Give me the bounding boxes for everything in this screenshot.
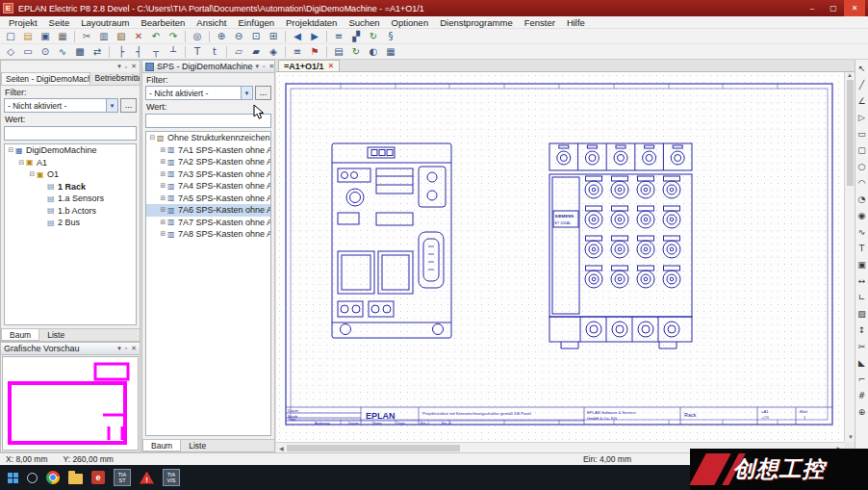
angle-dimension-tool-icon[interactable]: ∟ <box>855 289 868 305</box>
tree-item-bus[interactable]: ▤ 2 Bus <box>5 217 136 229</box>
panel-close-icon[interactable]: ✕ <box>131 63 137 70</box>
sps-navigator-icon[interactable]: ▦ <box>382 45 399 59</box>
close-button[interactable]: ✕ <box>844 0 865 16</box>
tree-item-sensors[interactable]: ▤ 1.a Sensors <box>5 193 136 205</box>
expander-icon[interactable]: ⊞ <box>159 170 167 178</box>
tree-item-a1[interactable]: ⊟ ▣ A1 <box>5 157 136 169</box>
stretch-tool-icon[interactable]: ↕ <box>855 322 868 338</box>
tab-liste[interactable]: Liste <box>181 440 214 451</box>
tree-item-actors[interactable]: ▤ 1.b Actors <box>5 205 136 218</box>
zoom-in-icon[interactable]: ⊕ <box>213 30 230 43</box>
hatch-tool-icon[interactable]: ▨ <box>855 305 868 322</box>
sector-tool-icon[interactable]: ◔ <box>855 191 868 207</box>
graphic-preview-icon[interactable]: ▞ <box>347 30 365 43</box>
menu-optionen[interactable]: Optionen <box>386 17 435 28</box>
refresh-icon[interactable]: ↻ <box>365 30 382 43</box>
expander-icon[interactable]: ⊟ <box>148 134 157 142</box>
t-node-down-icon[interactable]: ┬ <box>147 45 165 59</box>
panel-close-icon[interactable]: ✕ <box>131 345 137 352</box>
insert-page-macro-icon[interactable]: ▱ <box>230 45 247 59</box>
t-node-left-icon[interactable]: ├ <box>113 45 130 59</box>
trim-tool-icon[interactable]: ✂ <box>855 338 868 354</box>
panel-float-icon[interactable]: ▫ <box>125 345 127 352</box>
tree-item-o1[interactable]: ⊟ ▣ O1 <box>5 168 136 181</box>
sps-item-7a3[interactable]: ⊞ ▥ 7A3 SPS-Kasten ohne Anschluss <box>146 168 270 181</box>
filter-more-button[interactable]: ... <box>120 98 137 113</box>
expander-icon[interactable]: ⊟ <box>28 170 37 178</box>
menu-suchen[interactable]: Suchen <box>343 17 385 28</box>
open-icon[interactable]: ▤ <box>19 30 37 43</box>
chamfer-tool-icon[interactable]: ◣ <box>855 354 868 371</box>
select-tool-icon[interactable]: ↖ <box>855 60 868 76</box>
insert-plc-box-icon[interactable]: ▩ <box>71 45 89 59</box>
chevron-down-icon[interactable]: ▾ <box>241 87 252 99</box>
paste-icon[interactable]: ▧ <box>113 30 130 43</box>
panel-float-icon[interactable]: ▫ <box>125 64 127 70</box>
insert-terminal-icon[interactable]: ⊙ <box>37 45 54 59</box>
insert-window-macro-icon[interactable]: ▰ <box>247 45 265 59</box>
plc-rack-drawing[interactable] <box>332 143 451 338</box>
menu-projekt[interactable]: Projekt <box>3 17 43 28</box>
tab-liste[interactable]: Liste <box>39 329 72 341</box>
previous-page-icon[interactable]: ◀ <box>289 30 306 43</box>
panel-float-icon[interactable]: ▫ <box>263 63 265 70</box>
menu-fenster[interactable]: Fenster <box>519 17 561 28</box>
dimension-tool-icon[interactable]: ↔ <box>855 272 868 289</box>
undo-icon[interactable]: ↶ <box>147 30 165 43</box>
sps-item-7a1[interactable]: ⊞ ▥ 7A1 SPS-Kasten ohne Anschluss <box>146 144 270 157</box>
page-navigator-icon[interactable]: ≡ <box>289 45 306 59</box>
sps-item-7a6[interactable]: ⊞ ▥ 7A6 SPS-Kasten ohne Anschluss <box>146 204 270 217</box>
t-node-right-icon[interactable]: ┤ <box>130 45 147 59</box>
insert-device-icon[interactable]: ▭ <box>19 45 37 59</box>
t-node-up-icon[interactable]: ┴ <box>165 45 182 59</box>
zoom-window-icon[interactable]: ⊡ <box>247 30 265 43</box>
properties-icon[interactable]: ≡ <box>330 30 347 43</box>
file-explorer-icon[interactable] <box>68 474 83 484</box>
sps-item-7a4[interactable]: ⊞ ▥ 7A4 SPS-Kasten ohne Anschluss <box>146 180 270 193</box>
expander-icon[interactable]: ⊞ <box>159 146 167 154</box>
expander-icon[interactable]: ⊞ <box>159 206 167 214</box>
circle-tool-icon[interactable]: ○ <box>855 158 868 174</box>
sps-item-7a2[interactable]: ⊞ ▥ 7A2 SPS-Kasten ohne Anschluss <box>146 156 270 168</box>
save-icon[interactable]: ▣ <box>37 30 54 43</box>
insert-symbol-icon[interactable]: ◇ <box>2 45 19 59</box>
update-connections-icon[interactable]: ↻ <box>347 45 365 59</box>
menu-layoutraum[interactable]: Layoutraum <box>75 17 135 28</box>
zoom-out-icon[interactable]: ⊖ <box>230 30 247 43</box>
panel-close-icon[interactable]: ✕ <box>269 63 274 70</box>
tab-baum[interactable]: Baum <box>1 329 39 341</box>
filter-more-button[interactable]: ... <box>255 86 271 100</box>
et200-module-drawing[interactable]: SIEMENS ET 200AL <box>549 143 692 348</box>
insert-text-icon[interactable]: T <box>189 45 206 59</box>
next-page-icon[interactable]: ▶ <box>306 30 323 43</box>
menu-bearbeiten[interactable]: Bearbeiten <box>135 17 191 28</box>
scroll-up-icon[interactable]: ▲ <box>846 72 854 78</box>
redo-icon[interactable]: ↷ <box>165 30 182 43</box>
rounded-rectangle-tool-icon[interactable]: ▢ <box>855 142 868 158</box>
device-navigator-icon[interactable]: ◐ <box>365 45 382 59</box>
menu-ansicht[interactable]: Ansicht <box>191 17 232 28</box>
close-tab-icon[interactable]: ✕ <box>328 62 335 70</box>
maximize-button[interactable]: ▢ <box>823 0 844 16</box>
arc-tool-icon[interactable]: ◠ <box>855 174 868 191</box>
pages-wert-input[interactable] <box>4 126 137 141</box>
expander-icon[interactable]: ⊞ <box>159 182 167 190</box>
grid-tool-icon[interactable]: # <box>855 387 868 403</box>
expander-icon[interactable]: ⊟ <box>7 146 15 154</box>
insert-interruption-point-icon[interactable]: ⇄ <box>89 45 106 59</box>
vertical-scrollbar[interactable]: ▲ ▼ <box>844 72 855 442</box>
rectangle-tool-icon[interactable]: ▭ <box>855 125 868 142</box>
tia-vis-taskbar-icon[interactable]: TIA VIS <box>163 469 180 486</box>
zoom-tool-icon[interactable]: ⊕ <box>855 403 868 420</box>
tree-item-project[interactable]: ⊟ ▦ DigiDemoMachine <box>5 144 136 157</box>
chevron-down-icon[interactable]: ▾ <box>106 99 117 112</box>
insert-cable-icon[interactable]: ∿ <box>54 45 71 59</box>
tab-baum[interactable]: Baum <box>142 440 181 451</box>
expander-icon[interactable]: ⊞ <box>159 194 167 202</box>
menu-dienstprogramme[interactable]: Dienstprogramme <box>434 17 519 28</box>
start-button[interactable] <box>8 473 18 483</box>
sps-root-item[interactable]: ⊟ ▧ Ohne Strukturkennzeichen <box>146 132 270 144</box>
scroll-left-icon[interactable]: ◀ <box>278 445 285 451</box>
minimize-button[interactable]: – <box>802 0 823 16</box>
insert-symbol-macro-icon[interactable]: ◈ <box>265 45 282 59</box>
